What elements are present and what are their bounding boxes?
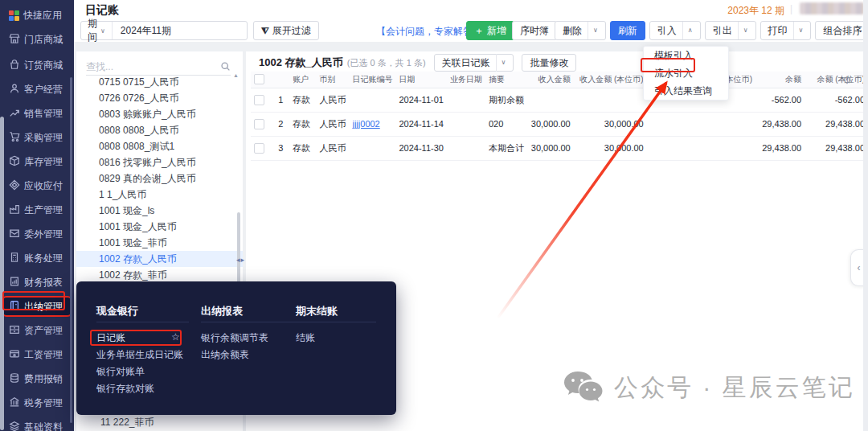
- account-item[interactable]: 1002 存款_菲币: [76, 267, 243, 283]
- period-value-input[interactable]: [113, 25, 253, 36]
- account-item[interactable]: 1001 现金_菲币: [76, 235, 243, 251]
- sidebar-item-14[interactable]: 资产管理: [3, 322, 71, 339]
- sidebar-item-12[interactable]: 财务报表: [3, 273, 71, 291]
- sidebar-item-6[interactable]: 采购管理: [3, 129, 71, 146]
- page-left-scrollbar[interactable]: [0, 117, 4, 430]
- popup-item[interactable]: 结账: [296, 330, 315, 347]
- user-account-blurred[interactable]: [800, 2, 864, 14]
- sidebar-item-15[interactable]: 工资管理: [3, 346, 71, 363]
- expand-filter-button[interactable]: ⧨ 展开过滤: [253, 21, 319, 40]
- account-item[interactable]: 1001 现金_人民币: [76, 219, 243, 235]
- refresh-button[interactable]: 刷新: [610, 21, 645, 40]
- popup-item[interactable]: 业务单据生成日记账: [96, 347, 183, 363]
- sidebar-item-label: 门店商城: [24, 33, 63, 47]
- popup-item[interactable]: 银行对账单: [96, 363, 183, 380]
- select-all-checkbox[interactable]: [251, 72, 272, 88]
- sidebar-scrollbar[interactable]: [70, 77, 72, 423]
- popup-section-divider: [296, 322, 376, 322]
- account-search-input[interactable]: [86, 61, 220, 72]
- chevron-up-icon[interactable]: ∧: [682, 22, 693, 39]
- sidebar-item-label: 税务管理: [24, 396, 63, 410]
- panel-splitter-arrows[interactable]: ◂▸: [236, 256, 245, 264]
- account-item[interactable]: 0715 0715_人民币: [76, 74, 243, 90]
- combo-sort-button[interactable]: 组合排序: [815, 21, 868, 40]
- sidebar-item-label: 库存管理: [24, 155, 63, 169]
- cell-no: [349, 88, 395, 112]
- sidebar-item-11[interactable]: 账务处理: [3, 249, 71, 267]
- sidebar-item-label: 费用报销: [24, 372, 63, 386]
- table-row[interactable]: 3存款人民币2024-11-30本期合计30,000.0030,000.0029…: [251, 136, 868, 160]
- sidebar-item-4[interactable]: 客户经营: [3, 80, 71, 98]
- chevron-down-icon[interactable]: ∨: [588, 22, 598, 39]
- cell-in_base: 30,000.00: [574, 136, 647, 160]
- column-header: 账户: [289, 72, 316, 88]
- table-row[interactable]: 2存款人民币jjjj00022024-11-1402030,000.0030,0…: [251, 112, 868, 136]
- account-item[interactable]: 1002 存款_人民币: [76, 251, 243, 267]
- export-button[interactable]: 引出 ∨: [705, 21, 756, 40]
- cell-in: 30,000.00: [527, 136, 574, 160]
- row-checkbox[interactable]: [251, 88, 272, 112]
- account-item[interactable]: 0816 找零账户_人民币: [76, 154, 243, 170]
- sidebar-item-18[interactable]: 基础资料: [3, 418, 71, 431]
- calculator-icon: [9, 252, 20, 265]
- print-button[interactable]: 打印 ∨: [760, 21, 812, 40]
- menu-item-normal[interactable]: 引入结果查询: [644, 82, 728, 100]
- sidebar-item-13[interactable]: 出纳管理: [3, 298, 71, 315]
- account-item[interactable]: 0829 真的会谢_人民币: [76, 170, 243, 187]
- sidebar-items: 快捷应用门店商城订货商城客户经营销售管理采购管理库存管理应收应付生产管理委外管理…: [0, 0, 74, 431]
- chevron-down-icon[interactable]: ∨: [793, 22, 804, 39]
- sidebar-item-8[interactable]: 应收应付: [3, 177, 71, 195]
- batch-edit-button[interactable]: 批量修改: [522, 54, 576, 72]
- sidebar-item-9[interactable]: 生产管理: [3, 201, 71, 219]
- filter-field-select[interactable]: 期间 ∨: [81, 22, 113, 39]
- sidebar-item-3[interactable]: 订货商城: [3, 56, 71, 74]
- table-row[interactable]: 1存款人民币2024-11-01期初余额-562.00-562.00: [251, 88, 868, 112]
- delete-button[interactable]: 删除 ∨: [555, 21, 606, 40]
- popup-item[interactable]: 日记账: [96, 330, 183, 347]
- chevron-down-icon[interactable]: ∨: [738, 22, 748, 39]
- filter-icon: ⧨: [261, 26, 269, 36]
- menu-item-normal[interactable]: 模板引入: [644, 47, 728, 64]
- account-item[interactable]: 1001 现金_ls: [76, 203, 243, 219]
- journal-book-button[interactable]: 序时簿: [512, 21, 557, 40]
- sidebar: 快捷应用门店商城订货商城客户经营销售管理采购管理库存管理应收应付生产管理委外管理…: [0, 0, 74, 431]
- sidebar-item-label: 应收应付: [24, 179, 63, 193]
- sidebar-item-10[interactable]: 委外管理: [3, 225, 71, 243]
- account-item[interactable]: 1 1_人民币: [76, 187, 243, 203]
- journal-doc-link[interactable]: jjjj0002: [352, 119, 379, 129]
- row-checkbox[interactable]: [251, 136, 272, 160]
- popup-section-title: 现金银行: [96, 304, 138, 318]
- sidebar-item-16[interactable]: 费用报销: [3, 370, 71, 388]
- sidebar-item-1[interactable]: 快捷应用: [3, 6, 71, 24]
- column-settings-gear-icon[interactable]: ⚙: [842, 74, 852, 86]
- sidebar-item-17[interactable]: 税务管理: [3, 394, 71, 412]
- import-button[interactable]: 引入 ∧: [649, 21, 701, 40]
- account-item[interactable]: 0803 赊账账户_人民币: [76, 106, 243, 122]
- sidebar-item-label: 资产管理: [24, 324, 63, 338]
- popup-item[interactable]: 银行存款对账: [96, 380, 183, 397]
- popup-item[interactable]: 出纳余额表: [201, 347, 268, 363]
- chevron-down-icon: ∨: [100, 27, 105, 35]
- account-item[interactable]: 0808 0808_人民币: [76, 122, 243, 138]
- account-item[interactable]: 0808 0808_测试1: [76, 138, 243, 154]
- sidebar-item-label: 出纳管理: [24, 300, 63, 314]
- account-item[interactable]: 0726 0726_人民币: [76, 90, 243, 106]
- favorite-star-icon[interactable]: ☆: [171, 331, 180, 343]
- chevron-down-icon[interactable]: ∨: [496, 54, 506, 72]
- popup-item[interactable]: 银行余额调节表: [201, 330, 268, 347]
- cell-no: jjjj0002: [349, 112, 395, 136]
- card-icon: [9, 348, 20, 362]
- add-button[interactable]: ＋ 新增: [466, 21, 514, 40]
- link-journal-button[interactable]: 关联日记账 ∨: [434, 54, 514, 72]
- sidebar-item-7[interactable]: 库存管理: [3, 153, 71, 170]
- column-header: 收入金额 (本位币): [574, 72, 647, 88]
- menu-item-highlighted[interactable]: 流水引入: [644, 64, 728, 82]
- cell-biz_date: [447, 136, 485, 160]
- sidebar-item-5[interactable]: 销售管理: [3, 105, 71, 122]
- page-right-scrollbar[interactable]: [863, 0, 868, 431]
- sidebar-item-2[interactable]: 门店商城: [3, 31, 71, 48]
- account-item-partial[interactable]: 11 222_菲币: [100, 416, 154, 429]
- store-icon: [9, 33, 20, 47]
- bank-icon: [9, 396, 20, 410]
- row-checkbox[interactable]: [251, 112, 272, 136]
